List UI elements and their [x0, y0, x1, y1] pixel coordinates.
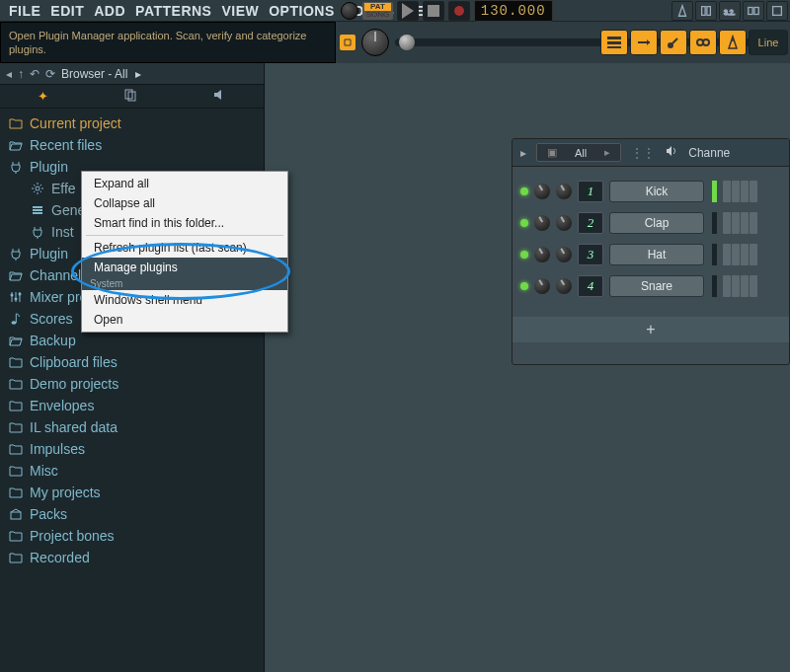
playlist-view-icon[interactable]: [600, 30, 628, 55]
browser-mute-icon[interactable]: [212, 88, 226, 105]
step-cell[interactable]: [741, 212, 749, 234]
step-sequencer[interactable]: [723, 275, 757, 297]
pat-song-switch[interactable]: PAT SONG: [362, 2, 393, 20]
rack-filter-selector[interactable]: ▣ All ▸: [536, 143, 621, 162]
context-item-refresh-plugin-list-fast-scan-[interactable]: Refresh plugin list (fast scan): [82, 238, 287, 258]
channel-rack-window[interactable]: ▸ ▣ All ▸ ⋮⋮ Channe 1Kick2Clap3Hat4Snare…: [512, 138, 790, 365]
tree-item-project-bones[interactable]: Project bones: [8, 525, 264, 547]
channel-volume-knob[interactable]: [556, 184, 572, 199]
tree-item-recent-files[interactable]: Recent files: [8, 134, 264, 156]
step-cell[interactable]: [732, 181, 740, 202]
countdown-icon[interactable]: 3.2.: [719, 1, 741, 21]
channel-button[interactable]: Snare: [609, 275, 704, 297]
mixer-view-icon[interactable]: [689, 30, 717, 55]
wait-icon[interactable]: [695, 1, 717, 21]
record-button[interactable]: [448, 1, 470, 21]
tempo-display[interactable]: 130.000: [474, 0, 553, 22]
browser-collapse-icon[interactable]: ◂: [6, 67, 12, 81]
browser-refresh-icon[interactable]: ⟳: [45, 67, 55, 81]
browser-copy-icon[interactable]: [123, 88, 137, 105]
snap-toggle[interactable]: [340, 35, 356, 50]
step-cell[interactable]: [723, 181, 731, 202]
tree-item-clipboard-files[interactable]: Clipboard files: [8, 351, 264, 373]
channel-number[interactable]: 2: [578, 212, 603, 234]
tree-item-current-project[interactable]: Current project: [8, 112, 264, 134]
add-channel-button[interactable]: +: [513, 317, 789, 342]
channel-mute-led[interactable]: [520, 251, 528, 259]
menu-view[interactable]: VIEW: [216, 3, 264, 19]
step-cell[interactable]: [741, 275, 749, 297]
play-button[interactable]: [397, 1, 419, 21]
step-sequencer[interactable]: [723, 181, 757, 202]
step-cell[interactable]: [723, 244, 731, 265]
tree-item-il-shared-data[interactable]: IL shared data: [8, 416, 264, 438]
stop-button[interactable]: [423, 1, 444, 21]
browser-back-icon[interactable]: ↶: [30, 67, 40, 81]
step-cell[interactable]: [732, 275, 740, 297]
channel-number[interactable]: 1: [578, 181, 603, 202]
step-cell[interactable]: [750, 244, 757, 265]
tree-item-demo-projects[interactable]: Demo projects: [8, 373, 264, 395]
step-cell[interactable]: [732, 212, 740, 234]
channel-rack-view-icon[interactable]: [660, 30, 687, 55]
browser-up-arrow-icon[interactable]: ↑: [18, 67, 24, 81]
menu-edit[interactable]: EDIT: [45, 3, 89, 19]
tree-item-packs[interactable]: Packs: [8, 503, 264, 525]
browser-view-icon[interactable]: [719, 30, 747, 55]
step-cell[interactable]: [741, 181, 749, 202]
loop-rec-icon[interactable]: [766, 1, 788, 21]
piano-roll-view-icon[interactable]: [630, 30, 658, 55]
menu-options[interactable]: OPTIONS: [264, 3, 340, 19]
channel-button[interactable]: Kick: [609, 181, 704, 202]
step-sequencer[interactable]: [723, 212, 757, 234]
volume-knob[interactable]: [341, 2, 358, 20]
channel-select-bar[interactable]: [712, 212, 717, 234]
browser-sort-icon[interactable]: ✦: [38, 89, 48, 104]
rack-play-icon[interactable]: ▸: [520, 146, 526, 160]
master-pitch-knob[interactable]: [361, 29, 389, 56]
channel-mute-led[interactable]: [520, 187, 528, 195]
tree-item-misc[interactable]: Misc: [8, 460, 264, 482]
step-cell[interactable]: [732, 244, 740, 265]
context-item-open[interactable]: Open: [82, 310, 287, 330]
context-item-smart-find-in-this-folder-[interactable]: Smart find in this folder...: [82, 213, 287, 233]
grip-icon[interactable]: ⋮⋮: [631, 146, 655, 160]
browser-dropdown-icon[interactable]: ▸: [135, 67, 141, 81]
menu-file[interactable]: FILE: [4, 3, 45, 19]
tree-item-backup[interactable]: Backup: [8, 330, 264, 351]
context-item-manage-plugins[interactable]: Manage plugins: [82, 258, 287, 277]
channel-button[interactable]: Clap: [609, 212, 704, 234]
overdub-icon[interactable]: [743, 1, 764, 21]
step-cell[interactable]: [723, 275, 731, 297]
channel-volume-knob[interactable]: [556, 215, 572, 231]
channel-select-bar[interactable]: [712, 181, 717, 202]
channel-pan-knob[interactable]: [534, 184, 550, 199]
channel-pan-knob[interactable]: [534, 247, 550, 262]
channel-pan-knob[interactable]: [534, 215, 550, 231]
channel-number[interactable]: 4: [578, 275, 603, 297]
step-cell[interactable]: [750, 212, 757, 234]
metronome-icon[interactable]: [672, 1, 693, 21]
channel-select-bar[interactable]: [712, 275, 717, 297]
context-item-expand-all[interactable]: Expand all: [82, 174, 287, 193]
menu-patterns[interactable]: PATTERNS: [130, 3, 216, 19]
channel-pan-knob[interactable]: [534, 278, 550, 294]
tree-item-my-projects[interactable]: My projects: [8, 482, 264, 503]
step-cell[interactable]: [750, 181, 757, 202]
tree-item-impulses[interactable]: Impulses: [8, 438, 264, 460]
channel-mute-led[interactable]: [520, 219, 528, 227]
channel-number[interactable]: 3: [578, 244, 603, 265]
tree-item-recorded[interactable]: Recorded: [8, 547, 264, 568]
channel-mute-led[interactable]: [520, 282, 528, 290]
channel-button[interactable]: Hat: [609, 244, 704, 265]
step-cell[interactable]: [750, 275, 757, 297]
step-sequencer[interactable]: [723, 244, 757, 265]
step-cell[interactable]: [723, 212, 731, 234]
snap-selector[interactable]: Line: [749, 30, 788, 55]
context-item-windows-shell-menu[interactable]: Windows shell menu: [82, 290, 287, 310]
channel-select-bar[interactable]: [712, 244, 717, 265]
tree-item-envelopes[interactable]: Envelopes: [8, 395, 264, 416]
channel-volume-knob[interactable]: [556, 247, 572, 262]
step-cell[interactable]: [741, 244, 749, 265]
context-item-collapse-all[interactable]: Collapse all: [82, 193, 287, 213]
